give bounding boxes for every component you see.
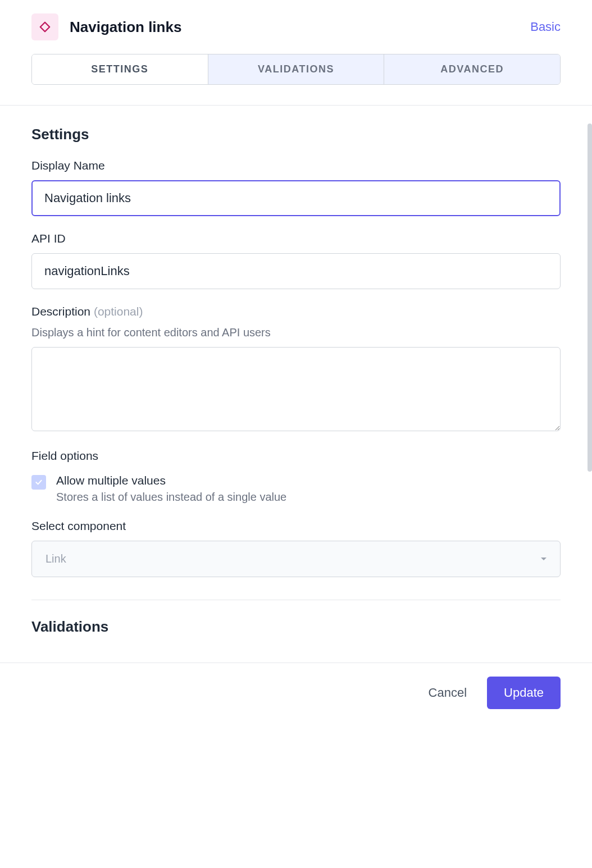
update-button[interactable]: Update: [487, 677, 561, 709]
field-type-icon: [31, 13, 58, 40]
description-label: Description (optional): [31, 305, 561, 318]
validations-section-title: Validations: [31, 618, 561, 636]
allow-multiple-row[interactable]: Allow multiple values Stores a list of v…: [31, 474, 561, 504]
content-area: Settings Display Name API ID Description…: [0, 106, 592, 663]
allow-multiple-hint: Stores a list of values instead of a sin…: [56, 491, 286, 504]
field-options-title: Field options: [31, 449, 561, 463]
select-component-group: Select component Link: [31, 519, 561, 577]
tab-advanced[interactable]: ADVANCED: [384, 54, 560, 84]
tab-settings[interactable]: SETTINGS: [32, 54, 208, 84]
api-id-label: API ID: [31, 232, 561, 245]
settings-section-title: Settings: [31, 126, 561, 143]
field-options-group: Field options Allow multiple values Stor…: [31, 449, 561, 504]
page-title: Navigation links: [70, 19, 181, 36]
display-name-input[interactable]: [31, 180, 561, 216]
allow-multiple-label: Allow multiple values: [56, 474, 286, 487]
api-id-group: API ID: [31, 232, 561, 289]
allow-multiple-texts: Allow multiple values Stores a list of v…: [56, 474, 286, 504]
check-icon: [34, 478, 43, 487]
field-type-label: Basic: [530, 20, 561, 34]
scrollbar[interactable]: [588, 124, 592, 472]
select-component-dropdown[interactable]: Link: [31, 541, 561, 577]
api-id-input[interactable]: [31, 253, 561, 289]
display-name-group: Display Name: [31, 159, 561, 216]
description-group: Description (optional) Displays a hint f…: [31, 305, 561, 433]
description-hint: Displays a hint for content editors and …: [31, 326, 561, 339]
select-component-label: Select component: [31, 519, 561, 533]
description-optional: (optional): [94, 305, 143, 318]
description-label-text: Description: [31, 305, 90, 318]
cancel-button[interactable]: Cancel: [424, 679, 471, 707]
tab-validations[interactable]: VALIDATIONS: [208, 54, 385, 84]
display-name-label: Display Name: [31, 159, 561, 172]
description-textarea[interactable]: [31, 347, 561, 431]
tabs: SETTINGS VALIDATIONS ADVANCED: [31, 54, 561, 85]
allow-multiple-checkbox[interactable]: [31, 475, 46, 490]
diamond-icon: [39, 21, 51, 33]
dialog-footer: Cancel Update: [0, 663, 592, 723]
select-component-value: Link: [45, 552, 66, 565]
header-left: Navigation links: [31, 13, 181, 40]
chevron-down-icon: [541, 558, 547, 560]
dialog-header: Navigation links Basic: [0, 0, 592, 54]
section-divider: [31, 600, 561, 600]
